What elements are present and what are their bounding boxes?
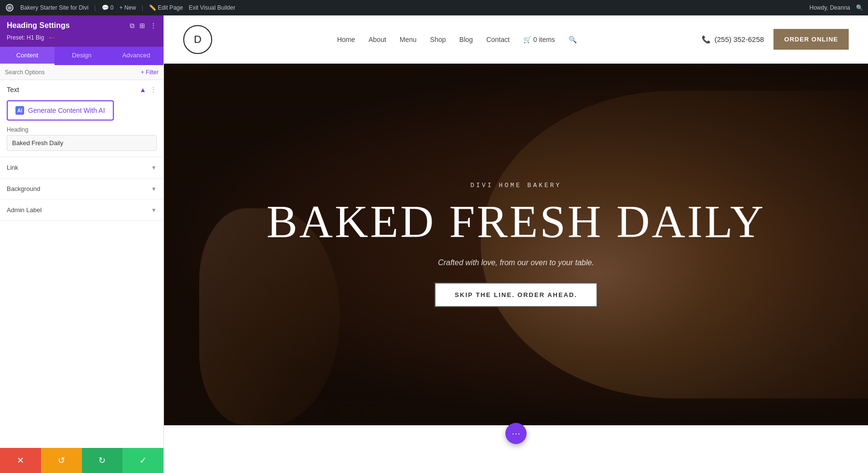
text-section-header[interactable]: Text ▲ ⋮: [0, 80, 163, 98]
site-phone: 📞 (255) 352-6258: [702, 35, 764, 44]
main-layout: Heading Settings ⧉ ⊞ ⋮ Preset: H1 Big ← …: [0, 15, 868, 473]
background-chevron-icon[interactable]: ▼: [151, 186, 157, 192]
admin-bar-right: Howdy, Deanna 🔍: [810, 4, 864, 11]
nav-blog[interactable]: Blog: [460, 36, 473, 43]
heading-field-group: Heading: [0, 126, 163, 157]
admin-bar-comments[interactable]: 💬 0: [102, 4, 114, 11]
hero-title: BAKED FRESH DAILY: [267, 199, 765, 245]
nav-menu[interactable]: Menu: [400, 36, 417, 43]
background-section-header[interactable]: Background ▼: [0, 178, 163, 199]
admin-bar-edit-page[interactable]: ✏️ Edit Page: [149, 4, 183, 11]
wp-admin-bar: W Bakery Starter Site for Divi | 💬 0 + N…: [0, 0, 868, 15]
site-nav: Home About Menu Shop Blog Contact 🛒 0 it…: [337, 36, 577, 43]
nav-cart[interactable]: 🛒 0 items: [523, 36, 555, 43]
nav-search-icon[interactable]: 🔍: [569, 36, 577, 43]
background-section-title: Background: [7, 185, 40, 192]
wp-logo-icon[interactable]: W: [5, 3, 14, 13]
fab-icon: ⋯: [512, 428, 520, 439]
heading-input[interactable]: [7, 135, 157, 151]
nav-about[interactable]: About: [368, 36, 386, 43]
site-logo: D: [183, 25, 212, 54]
filter-button[interactable]: + Filter: [141, 69, 159, 76]
link-section-title: Link: [7, 164, 18, 171]
cancel-icon: ✕: [17, 455, 24, 466]
save-button[interactable]: ✓: [122, 448, 163, 473]
panel-content: Text ▲ ⋮ AI Generate Content With AI Hea…: [0, 80, 163, 448]
background-section: Background ▼: [0, 178, 163, 200]
hero-description: Crafted with love, from our oven to your…: [267, 258, 765, 267]
hero-content: DIVI HOME BAKERY BAKED FRESH DAILY Craft…: [257, 162, 775, 326]
text-section-collapse-icon[interactable]: ▲: [139, 86, 146, 94]
phone-number: (255) 352-6258: [715, 35, 764, 43]
tab-content[interactable]: Content: [0, 47, 54, 65]
order-online-button[interactable]: ORDER ONLINE: [773, 29, 849, 50]
preset-label[interactable]: Preset: H1 Big: [7, 34, 44, 41]
panel-header: Heading Settings ⧉ ⊞ ⋮ Preset: H1 Big ←: [0, 15, 163, 47]
fab-button[interactable]: ⋯: [505, 423, 527, 444]
nav-home[interactable]: Home: [337, 36, 355, 43]
red-arrow-icon: ←: [47, 32, 56, 43]
nav-shop[interactable]: Shop: [430, 36, 446, 43]
admin-bar-new[interactable]: + New: [120, 4, 136, 11]
undo-button[interactable]: ↺: [41, 448, 82, 473]
undo-icon: ↺: [58, 455, 65, 466]
columns-icon[interactable]: ⊞: [139, 22, 145, 29]
admin-bar-exit-builder[interactable]: Exit Visual Builder: [189, 4, 235, 11]
text-section-more-icon[interactable]: ⋮: [150, 86, 157, 94]
text-section-title: Text: [7, 86, 19, 94]
redo-icon: ↻: [98, 455, 106, 466]
admin-bar-user[interactable]: Howdy, Deanna: [810, 4, 851, 11]
save-icon: ✓: [139, 455, 147, 466]
cancel-button[interactable]: ✕: [0, 448, 41, 473]
ai-icon: AI: [15, 106, 24, 115]
site-header: D Home About Menu Shop Blog Contact 🛒 0 …: [164, 15, 868, 64]
hero-section: DIVI HOME BAKERY BAKED FRESH DAILY Craft…: [164, 64, 868, 425]
admin-label-section-header[interactable]: Admin Label ▼: [0, 200, 163, 220]
phone-icon: 📞: [702, 35, 711, 44]
search-input[interactable]: [5, 69, 137, 76]
left-panel: Heading Settings ⧉ ⊞ ⋮ Preset: H1 Big ← …: [0, 15, 164, 473]
link-section: Link ▼: [0, 157, 163, 178]
ai-button-label: Generate Content With AI: [28, 107, 105, 114]
hero-cta-button[interactable]: SKIP THE LINE. ORDER AHEAD.: [434, 283, 597, 307]
link-section-header[interactable]: Link ▼: [0, 157, 163, 178]
website-preview: D Home About Menu Shop Blog Contact 🛒 0 …: [164, 15, 868, 473]
link-chevron-icon[interactable]: ▼: [151, 164, 157, 171]
hero-subtitle: DIVI HOME BAKERY: [267, 182, 765, 189]
panel-bottom-bar: ✕ ↺ ↻ ✓: [0, 448, 163, 473]
more-icon[interactable]: ⋮: [150, 22, 157, 29]
nav-contact[interactable]: Contact: [487, 36, 510, 43]
panel-title: Heading Settings: [7, 21, 70, 30]
heading-field-label: Heading: [7, 126, 157, 133]
svg-text:W: W: [8, 6, 12, 10]
copy-icon[interactable]: ⧉: [130, 22, 135, 30]
panel-search-bar: + Filter: [0, 65, 163, 80]
admin-label-section-title: Admin Label: [7, 206, 41, 214]
admin-label-chevron-icon[interactable]: ▼: [151, 207, 157, 214]
tab-advanced[interactable]: Advanced: [109, 47, 163, 65]
generate-ai-button[interactable]: AI Generate Content With AI: [7, 100, 114, 121]
admin-bar-search-icon[interactable]: 🔍: [856, 4, 863, 11]
redo-button[interactable]: ↻: [82, 448, 123, 473]
admin-label-section: Admin Label ▼: [0, 200, 163, 221]
tab-design[interactable]: Design: [54, 47, 109, 65]
admin-bar-site-name[interactable]: Bakery Starter Site for Divi: [20, 4, 88, 11]
panel-tabs: Content Design Advanced: [0, 47, 163, 65]
